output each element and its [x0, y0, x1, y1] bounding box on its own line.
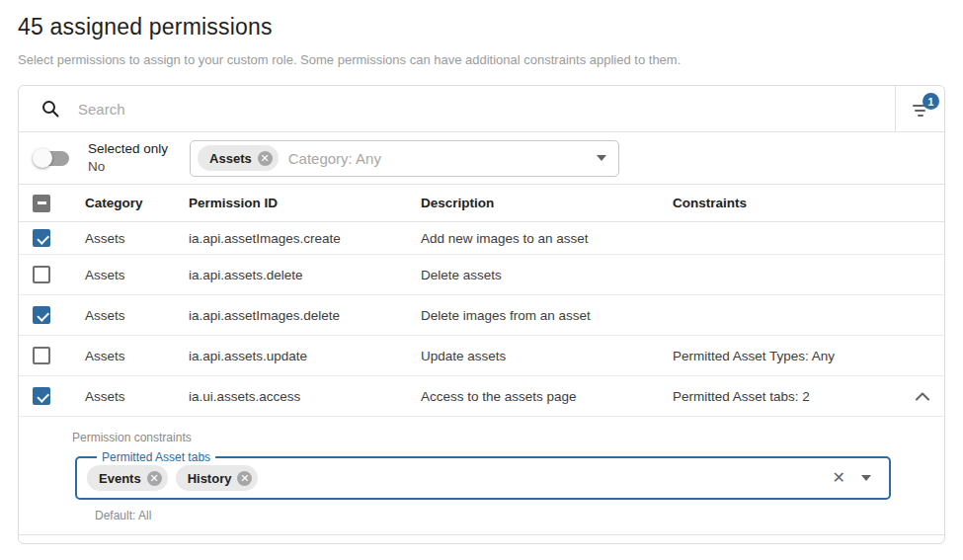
- cell-category: Assets: [85, 308, 189, 323]
- permitted-asset-tabs-field[interactable]: Permitted Asset tabs Events ✕ History ✕ …: [75, 450, 891, 500]
- cell-permission-id: ia.api.assetImages.delete: [189, 308, 421, 323]
- category-chip: Assets ✕: [198, 145, 279, 171]
- constraint-chip: History ✕: [176, 465, 259, 491]
- selected-only-value: No: [88, 158, 168, 176]
- cell-description: Update assets: [421, 349, 673, 363]
- chip-remove-icon[interactable]: ✕: [237, 471, 252, 486]
- search-row: 1: [19, 86, 944, 132]
- table-header: Category Permission ID Description Const…: [19, 185, 944, 222]
- table-row[interactable]: Assets ia.api.assets.delete Delete asset…: [19, 255, 944, 295]
- chevron-down-icon[interactable]: [597, 155, 606, 161]
- chip-remove-icon[interactable]: ✕: [147, 471, 162, 486]
- constraint-chip: Events ✕: [87, 465, 168, 491]
- filter-badge: 1: [923, 93, 939, 110]
- category-filter-combobox[interactable]: Assets ✕ Category: Any: [190, 140, 619, 177]
- partial-next-row: [19, 535, 944, 543]
- row-checkbox[interactable]: [33, 266, 50, 283]
- selected-only-toggle[interactable]: [33, 147, 72, 169]
- category-placeholder: Category: Any: [288, 150, 381, 167]
- permission-constraints-panel: Permission constraints Permitted Asset t…: [19, 417, 944, 535]
- field-helper-text: Default: All: [95, 509, 944, 522]
- cell-constraints: Permitted Asset tabs: 2: [673, 389, 901, 404]
- clear-icon[interactable]: ✕: [833, 470, 845, 486]
- filter-button[interactable]: 1: [895, 86, 944, 131]
- search-icon: [40, 99, 60, 119]
- row-checkbox[interactable]: [33, 347, 50, 364]
- permissions-card: 1 Selected only No Assets ✕ Category: An…: [18, 85, 945, 544]
- cell-category: Assets: [85, 389, 189, 404]
- selected-only-label: Selected only: [88, 140, 168, 158]
- row-checkbox[interactable]: [33, 387, 50, 405]
- table-row[interactable]: Assets ia.api.assetImages.create Add new…: [19, 222, 944, 255]
- cell-category: Assets: [85, 268, 189, 282]
- cell-description: Access to the assets page: [421, 389, 673, 404]
- selected-only-labels: Selected only No: [88, 140, 168, 175]
- cell-category: Assets: [85, 349, 189, 363]
- column-header-category[interactable]: Category: [85, 196, 189, 210]
- select-all-checkbox[interactable]: [33, 195, 50, 212]
- column-header-permission-id[interactable]: Permission ID: [189, 196, 421, 210]
- cell-permission-id: ia.api.assets.delete: [189, 268, 421, 282]
- chip-remove-icon[interactable]: ✕: [258, 151, 273, 166]
- panel-title: Permission constraints: [72, 431, 944, 444]
- cell-description: Add new images to an asset: [421, 231, 673, 246]
- row-checkbox[interactable]: [33, 229, 50, 247]
- constraint-chip-label: Events: [99, 471, 141, 486]
- field-label: Permitted Asset tabs: [97, 450, 215, 464]
- chevron-up-icon[interactable]: [916, 389, 929, 404]
- cell-category: Assets: [85, 231, 189, 246]
- category-chip-label: Assets: [209, 151, 252, 166]
- table-row[interactable]: Assets ia.api.assetImages.delete Delete …: [19, 295, 944, 336]
- column-header-constraints[interactable]: Constraints: [673, 196, 901, 210]
- page-title: 45 assigned permissions: [18, 14, 945, 40]
- cell-description: Delete assets: [421, 268, 673, 282]
- cell-permission-id: ia.ui.assets.access: [189, 389, 421, 404]
- constraint-chip-label: History: [188, 471, 232, 486]
- toggle-knob: [33, 148, 52, 168]
- column-header-description[interactable]: Description: [421, 196, 673, 210]
- row-checkbox[interactable]: [33, 306, 50, 324]
- search-input[interactable]: [78, 86, 895, 131]
- cell-permission-id: ia.api.assetImages.create: [189, 231, 421, 246]
- cell-description: Delete images from an asset: [421, 308, 673, 323]
- cell-permission-id: ia.api.assets.update: [189, 349, 421, 363]
- table-row[interactable]: Assets ia.api.assets.update Update asset…: [19, 336, 944, 376]
- filter-row: Selected only No Assets ✕ Category: Any: [19, 132, 944, 185]
- table-row[interactable]: Assets ia.ui.assets.access Access to the…: [19, 376, 944, 417]
- cell-constraints: Permitted Asset Types: Any: [673, 349, 901, 363]
- permissions-page: 45 assigned permissions Select permissio…: [0, 0, 963, 544]
- chevron-down-icon[interactable]: [861, 475, 871, 481]
- page-subtitle: Select permissions to assign to your cus…: [18, 52, 945, 67]
